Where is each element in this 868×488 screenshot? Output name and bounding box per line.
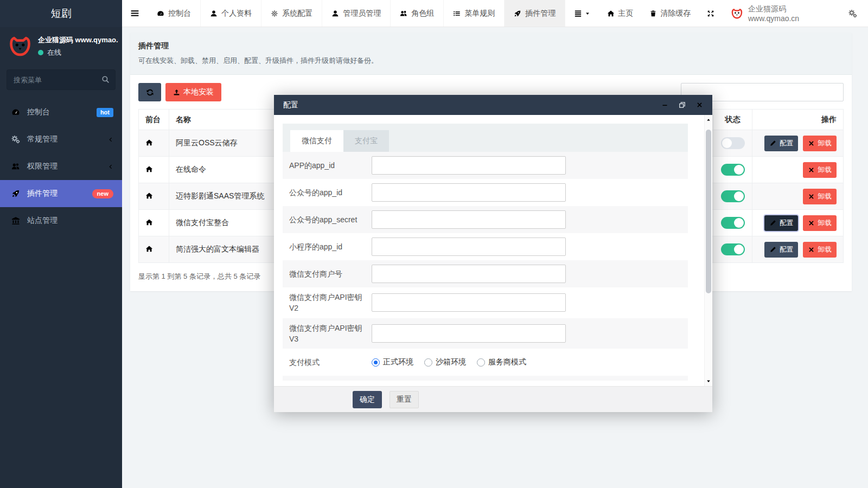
mini-app-id-input[interactable] [372, 237, 566, 256]
user-status-label: 在线 [47, 48, 61, 57]
tabs-dropdown-button[interactable] [565, 0, 599, 27]
dialog-title: 配置 [283, 100, 298, 110]
config-button[interactable]: 配置 [764, 215, 798, 231]
front-cell [139, 157, 169, 183]
scrollbar-thumb[interactable] [706, 130, 711, 293]
tab-wechat-pay[interactable]: 微信支付 [290, 130, 343, 152]
menu-toggle-button[interactable] [122, 0, 148, 27]
status-cell [713, 183, 752, 210]
tab-admin[interactable]: 管理员管理 [322, 0, 391, 27]
form-row: 公众号的app_secret [283, 206, 688, 233]
operate-cell: 卸载 [752, 183, 844, 210]
tab-profile[interactable]: 个人资料 [201, 0, 261, 27]
field-label: 公众号的app_secret [289, 214, 366, 225]
home-link[interactable]: 主页 [599, 9, 641, 18]
config-button[interactable]: 配置 [764, 136, 798, 151]
home-icon [145, 219, 153, 226]
chevron-left-icon [107, 137, 113, 143]
app-id-input[interactable] [372, 156, 566, 175]
maximize-icon[interactable] [679, 101, 686, 108]
reset-button[interactable]: 重置 [390, 391, 419, 408]
scroll-down-icon[interactable] [706, 378, 711, 384]
dialog-titlebar[interactable]: 配置 [274, 95, 712, 115]
field-label: 微信支付商户API密钥V3 [289, 323, 366, 345]
tab-dashboard[interactable]: 控制台 [148, 0, 201, 27]
dialog-window-controls [661, 101, 703, 108]
col-operate[interactable]: 操作 [752, 110, 844, 130]
status-cell [713, 157, 752, 183]
settings-button[interactable] [843, 9, 868, 18]
hamburger-icon [130, 9, 139, 18]
sidebar: 短剧 企业猫源码 www.qymao.cn 在线 控制台 hot 常规管理 权限… [0, 0, 122, 488]
status-toggle[interactable] [721, 243, 745, 255]
form-row: 微信支付商户号 [283, 260, 688, 287]
sidebar-item-auth[interactable]: 权限管理 [0, 153, 122, 180]
radio-production[interactable]: 正式环境 [372, 357, 413, 367]
radio-sandbox[interactable]: 沙箱环境 [424, 357, 466, 367]
brand-label: 企业猫源码 www.qymao.cn [748, 4, 835, 23]
users-icon [11, 162, 20, 171]
search-icon[interactable] [101, 75, 110, 84]
brand-link[interactable]: 企业猫源码 www.qymao.cn [723, 4, 843, 23]
sidebar-item-dashboard[interactable]: 控制台 hot [0, 99, 122, 126]
status-toggle[interactable] [721, 217, 745, 229]
local-install-button[interactable]: 本地安装 [165, 83, 221, 101]
next-row-peek [283, 376, 688, 381]
home-icon [607, 10, 615, 17]
status-toggle[interactable] [721, 164, 745, 176]
col-front[interactable]: 前台 [139, 110, 169, 130]
tab-config[interactable]: 系统配置 [261, 0, 322, 27]
api-key-v3-input[interactable] [372, 324, 566, 343]
refresh-icon [146, 88, 154, 97]
radio-provider[interactable]: 服务商模式 [477, 357, 526, 367]
api-key-v2-input[interactable] [372, 293, 566, 312]
uninstall-button[interactable]: 卸载 [803, 162, 837, 178]
new-badge: new [92, 189, 113, 198]
tab-alipay[interactable]: 支付宝 [343, 130, 389, 152]
menu-search-input[interactable] [7, 69, 116, 90]
app-logo[interactable]: 短剧 [0, 0, 122, 27]
close-icon[interactable] [696, 101, 703, 108]
status-cell [713, 130, 752, 157]
field-label: APP的app_id [289, 160, 366, 171]
sidebar-item-site[interactable]: 站点管理 [0, 207, 122, 234]
user-panel[interactable]: 企业猫源码 www.qymao.cn 在线 [0, 27, 122, 64]
config-button[interactable]: 配置 [764, 242, 798, 258]
minimize-icon[interactable] [661, 101, 668, 108]
clear-cache-label: 清除缓存 [660, 9, 691, 18]
user-status: 在线 [38, 48, 118, 57]
mp-app-secret-input[interactable] [372, 210, 566, 229]
field-label: 微信支付商户API密钥V2 [289, 292, 366, 314]
field-label: 支付模式 [289, 357, 366, 368]
upload-icon [173, 89, 180, 96]
operate-cell: 配置 卸载 [752, 130, 844, 157]
dialog-scrollbar[interactable] [704, 115, 712, 386]
config-label: 配置 [780, 245, 793, 254]
gear-icon [271, 10, 278, 17]
status-toggle[interactable] [721, 137, 745, 149]
merchant-id-input[interactable] [372, 265, 566, 283]
tab-addon[interactable]: 插件管理 [505, 0, 565, 27]
ok-button[interactable]: 确定 [353, 391, 382, 408]
status-cell [713, 236, 752, 263]
fullscreen-button[interactable] [699, 10, 723, 17]
clear-cache-link[interactable]: 清除缓存 [641, 9, 699, 18]
sidebar-item-label: 权限管理 [27, 162, 58, 171]
tab-group[interactable]: 角色组 [391, 0, 444, 27]
refresh-button[interactable] [138, 83, 161, 101]
sidebar-item-addon[interactable]: 插件管理 new [0, 180, 122, 207]
uninstall-button[interactable]: 卸载 [803, 242, 837, 258]
uninstall-button[interactable]: 卸载 [803, 136, 837, 151]
scroll-up-icon[interactable] [706, 117, 711, 123]
tab-rule[interactable]: 菜单规则 [444, 0, 505, 27]
home-icon [145, 245, 153, 253]
sidebar-item-general[interactable]: 常规管理 [0, 126, 122, 153]
cogs-icon [11, 135, 20, 144]
uninstall-button[interactable]: 卸载 [803, 189, 837, 204]
uninstall-button[interactable]: 卸载 [803, 215, 837, 231]
status-toggle[interactable] [721, 190, 745, 202]
mp-app-id-input[interactable] [372, 183, 566, 202]
col-status[interactable]: 状态 [713, 110, 752, 130]
config-label: 配置 [780, 219, 793, 228]
front-cell [139, 183, 169, 210]
